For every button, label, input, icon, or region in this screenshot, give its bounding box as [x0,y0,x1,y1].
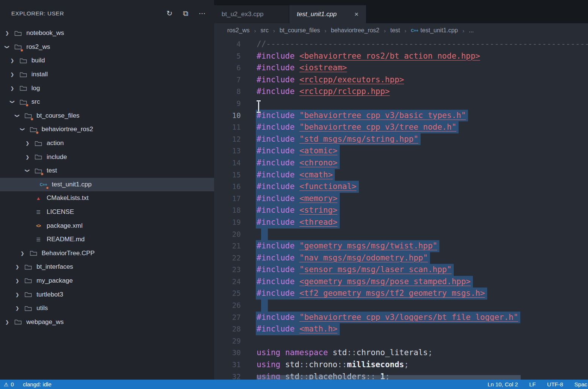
collapse-folders-icon[interactable]: ⧉ [183,10,188,17]
code-editor[interactable]: 4//-------------------------------------… [214,38,588,380]
line-number[interactable]: 14 [214,157,241,169]
tree-item-readme-md[interactable]: ☰README.md [0,233,214,247]
line-number[interactable]: 21 [214,240,241,252]
code-line-21[interactable]: 21#include "geometry_msgs/msg/twist.hpp" [214,240,588,252]
line-number[interactable]: 20 [214,229,241,241]
line-number[interactable]: 22 [214,252,241,264]
cursor-position[interactable]: Ln 10, Col 2 [488,381,518,387]
line-number[interactable]: 15 [214,169,241,181]
indentation-indicator[interactable]: Spac [574,381,587,387]
chevron-down-icon[interactable]: ❯ [26,168,35,173]
chevron-right-icon[interactable]: ❯ [26,141,35,146]
code-line-26[interactable]: 26 [214,300,588,312]
code-line-7[interactable]: 7#include <rclcpp/executors.hpp> [214,74,588,86]
line-number[interactable]: 9 [214,98,241,110]
tree-item-log[interactable]: ❯log [0,81,214,95]
tree-item-utils[interactable]: ❯utils [0,301,214,315]
line-number[interactable]: 32 [214,371,241,380]
code-line-20[interactable]: 20 [214,229,588,241]
line-number[interactable]: 26 [214,300,241,312]
chevron-down-icon[interactable]: ❯ [11,99,20,104]
tree-item-ros2-ws[interactable]: ❯ros2_ws [0,40,214,54]
code-line-8[interactable]: 8#include <rclcpp/rclcpp.hpp> [214,86,588,98]
line-number[interactable]: 27 [214,312,241,324]
tree-item-my-package[interactable]: ❯my_package [0,274,214,288]
chevron-down-icon[interactable]: ❯ [5,44,14,50]
line-number[interactable]: 17 [214,193,241,205]
line-number[interactable]: 13 [214,145,241,157]
line-number[interactable]: 7 [214,74,241,86]
line-number[interactable]: 23 [214,264,241,276]
tree-item-behaviortree-ros2[interactable]: ❯behaviortree_ros2 [0,123,214,136]
tree-item-bt-interfaces[interactable]: ❯bt_interfaces [0,260,214,274]
code-line-27[interactable]: 27#include "behaviortree_cpp_v3/loggers/… [214,312,588,324]
code-line-23[interactable]: 23#include "sensor_msgs/msg/laser_scan.h… [214,264,588,276]
code-line-13[interactable]: 13#include <atomic> [214,145,588,157]
chevron-right-icon[interactable]: ❯ [11,86,20,91]
breadcrumb-item-behaviortree-ros2[interactable]: behaviortree_ros2 [331,27,380,34]
code-line-24[interactable]: 24#include <geometry_msgs/msg/pose_stamp… [214,276,588,288]
line-number[interactable]: 24 [214,276,241,288]
code-line-11[interactable]: 11#include "behaviortree_cpp_v3/tree_nod… [214,121,588,133]
breadcrumb-item-test[interactable]: test [390,27,400,34]
code-line-17[interactable]: 17#include <memory> [214,193,588,205]
chevron-right-icon[interactable]: ❯ [15,278,24,283]
chevron-right-icon[interactable]: ❯ [11,72,20,77]
tree-item-action[interactable]: ❯action [0,136,214,150]
tab-bt-u2-ex3-cpp[interactable]: bt_u2_ex3.cpp [214,5,289,23]
tree-item-webpage-ws[interactable]: ❯webpage_ws [0,315,214,329]
line-number[interactable]: 19 [214,216,241,229]
line-number[interactable]: 28 [214,323,241,335]
chevron-right-icon[interactable]: ❯ [5,30,14,36]
line-number[interactable]: 16 [214,181,241,193]
code-line-31[interactable]: 31using std::chrono::milliseconds; [214,359,588,371]
chevron-down-icon[interactable]: ❯ [21,127,30,132]
code-line-4[interactable]: 4//-------------------------------------… [214,38,588,50]
chevron-right-icon[interactable]: ❯ [15,264,24,269]
problems-indicator[interactable]: ⚠0 [4,381,14,387]
code-line-19[interactable]: 19#include <thread> [214,216,588,229]
line-number[interactable]: 31 [214,359,241,371]
code-line-15[interactable]: 15#include <cmath> [214,169,588,181]
code-line-18[interactable]: 18#include <string> [214,204,588,216]
chevron-right-icon[interactable]: ❯ [21,251,30,256]
code-line-28[interactable]: 28#include <math.h> [214,323,588,335]
chevron-right-icon[interactable]: ❯ [26,154,35,160]
line-number[interactable]: 18 [214,204,241,216]
tree-item-src[interactable]: ❯src [0,95,214,109]
code-line-30[interactable]: 30using namespace std::chrono_literals; [214,347,588,359]
tree-item-bt-course-files[interactable]: ❯bt_course_files [0,109,214,123]
tree-item-test[interactable]: ❯test [0,164,214,178]
tree-item-license[interactable]: ☰LICENSE [0,205,214,219]
code-line-12[interactable]: 12#include "std_msgs/msg/string.hpp" [214,133,588,145]
code-line-14[interactable]: 14#include <chrono> [214,157,588,169]
tree-item-test-unit1-cpp[interactable]: C++test_unit1.cpp [0,178,214,192]
line-number[interactable]: 29 [214,335,241,347]
breadcrumb-item-src[interactable]: src [261,27,269,34]
breadcrumb-item-test-unit1-cpp[interactable]: C++test_unit1.cpp [411,27,458,34]
breadcrumb-item-[interactable]: ... [469,27,474,34]
tree-item-behaviortree-cpp[interactable]: ❯BehaviorTree.CPP [0,247,214,260]
chevron-right-icon[interactable]: ❯ [15,306,24,311]
code-line-16[interactable]: 16#include <functional> [214,181,588,193]
tree-item-notebook-ws[interactable]: ❯notebook_ws [0,26,214,40]
code-line-6[interactable]: 6#include <iostream> [214,62,588,74]
line-number[interactable]: 8 [214,86,241,98]
tree-item-cmakelists-txt[interactable]: ▲CMakeLists.txt [0,191,214,205]
refresh-explorer-icon[interactable]: ↻ [167,10,173,17]
tree-item-include[interactable]: ❯include [0,150,214,164]
chevron-right-icon[interactable]: ❯ [15,292,24,297]
tab-test-unit1-cpp[interactable]: test_unit1.cpp× [289,5,366,23]
tree-item-turtlebot3[interactable]: ❯turtlebot3 [0,288,214,301]
code-line-25[interactable]: 25#include <tf2_geometry_msgs/tf2_geomet… [214,288,588,300]
breadcrumb-item-ros2-ws[interactable]: ros2_ws [227,27,250,34]
chevron-right-icon[interactable]: ❯ [5,319,14,325]
code-line-10[interactable]: 10#include "behaviortree_cpp_v3/basic_ty… [214,110,588,122]
code-line-9[interactable]: 9 [214,98,588,110]
encoding-indicator[interactable]: UTF-8 [547,381,563,387]
tree-item-install[interactable]: ❯install [0,68,214,82]
chevron-right-icon[interactable]: ❯ [11,58,20,63]
chevron-down-icon[interactable]: ❯ [15,113,24,118]
line-number[interactable]: 11 [214,121,241,133]
line-number[interactable]: 4 [214,38,241,50]
